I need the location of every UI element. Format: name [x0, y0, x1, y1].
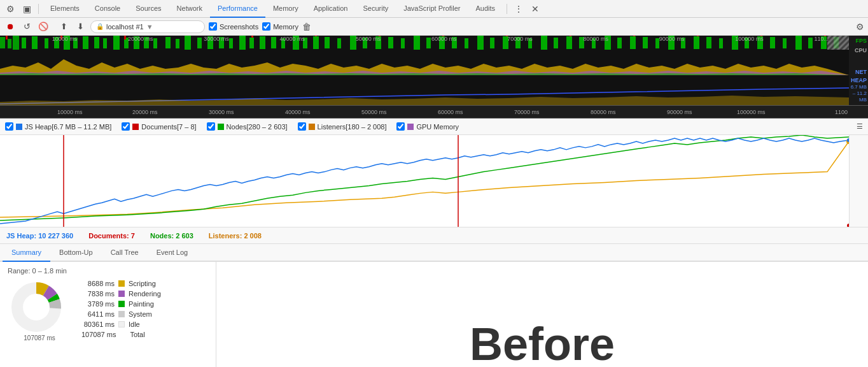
url-text: localhost #1: [106, 23, 144, 31]
svg-rect-59: [490, 38, 494, 48]
tab-application[interactable]: Application: [306, 0, 356, 18]
memory-chart[interactable]: [0, 135, 868, 227]
svg-rect-3: [22, 38, 26, 48]
svg-rect-60: [503, 36, 508, 49]
tab-sources[interactable]: Sources: [128, 0, 169, 18]
total-label: Total: [130, 331, 144, 338]
svg-rect-11: [103, 38, 107, 48]
system-time: 6411 ms: [81, 310, 115, 318]
scripting-swatch: [118, 280, 125, 287]
tab-call-tree[interactable]: Call Tree: [102, 244, 148, 262]
ruler-70k: 70000 ms: [514, 109, 540, 115]
tab-elements[interactable]: Elements: [43, 0, 87, 18]
system-swatch: [118, 311, 125, 317]
tab-performance[interactable]: Performance: [210, 0, 265, 18]
svg-rect-58: [477, 36, 484, 50]
svg-rect-82: [783, 38, 787, 48]
svg-rect-74: [681, 38, 685, 48]
legend-gpu-checkbox[interactable]: [396, 122, 405, 131]
svg-rect-41: [271, 37, 276, 48]
timeline-area[interactable]: 10000 ms 20000 ms 30000 ms 40000 ms 5000…: [0, 36, 868, 106]
legend-documents-label: Documents[7 – 8]: [141, 123, 196, 131]
url-dropdown-icon[interactable]: ▼: [146, 23, 153, 31]
trash-button[interactable]: 🗑: [302, 22, 311, 32]
ruler-30k: 30000 ms: [209, 109, 234, 115]
svg-rect-32: [176, 39, 179, 48]
reload-record-button[interactable]: ↺: [20, 20, 33, 33]
svg-rect-55: [439, 36, 445, 49]
svg-rect-51: [388, 37, 393, 48]
legend-documents-checkbox[interactable]: [122, 122, 130, 131]
ruler-40k: 40000 ms: [285, 109, 311, 115]
svg-rect-1: [8, 39, 11, 48]
tab-summary[interactable]: Summary: [3, 244, 50, 262]
svg-rect-77: [719, 38, 723, 48]
tab-event-log[interactable]: Event Log: [148, 244, 197, 262]
legend-js-heap-checkbox[interactable]: [5, 122, 13, 131]
status-bar: JS Heap: 10 227 360 Documents: 7 Nodes: …: [0, 227, 868, 244]
upload-button[interactable]: ⬆: [57, 20, 70, 33]
svg-rect-66: [579, 37, 584, 48]
summary-scripting-row: 8688 ms Scripting: [81, 280, 208, 287]
svg-rect-64: [554, 38, 558, 48]
svg-rect-31: [165, 37, 171, 48]
timeline-ruler: 10000 ms 20000 ms 30000 ms 40000 ms 5000…: [0, 106, 868, 119]
svg-rect-33: [185, 36, 191, 50]
tab-memory[interactable]: Memory: [265, 0, 306, 18]
legend-listeners-checkbox[interactable]: [298, 122, 306, 131]
devtools-icon[interactable]: ⚙: [3, 1, 18, 17]
memory-checkbox[interactable]: [262, 22, 270, 31]
svg-rect-56: [452, 37, 457, 48]
cpu-right-label: CPU: [855, 47, 867, 55]
tab-console[interactable]: Console: [87, 0, 128, 18]
clear-button[interactable]: 🚫: [37, 20, 50, 33]
svg-rect-37: [229, 38, 233, 48]
sec-toolbar: ⏺ ↺ 🚫 ⬆ ⬇ 🔒 localhost #1 ▼ Screenshots M…: [0, 18, 868, 36]
rendering-time: 7838 ms: [81, 290, 115, 298]
download-button[interactable]: ⬇: [74, 20, 87, 33]
status-js-heap: JS Heap: 10 227 360: [6, 232, 73, 240]
legend-nodes-dot: [218, 124, 224, 130]
ruler-80k: 80000 ms: [591, 109, 616, 115]
svg-rect-87: [827, 36, 849, 50]
dock-icon[interactable]: ▣: [19, 1, 34, 17]
range-text: Range: 0 – 1.8 min: [8, 267, 208, 275]
legend-nodes-checkbox[interactable]: [207, 122, 215, 131]
tab-bottom-up[interactable]: Bottom-Up: [50, 244, 102, 262]
net-heap-row: [0, 75, 849, 106]
svg-rect-73: [668, 36, 675, 50]
sep1: [38, 4, 39, 14]
donut-row: 107087 ms 8688 ms Scripting 7838 ms Rend…: [8, 280, 208, 341]
status-nodes: Nodes: 2 603: [150, 232, 193, 240]
tab-js-profiler[interactable]: JavaScript Profiler: [396, 0, 468, 18]
settings-button[interactable]: ⚙: [856, 22, 864, 32]
legend-listeners-label: Listeners[180 – 2 008]: [318, 123, 387, 131]
idle-swatch: [118, 321, 125, 327]
lock-icon: 🔒: [96, 23, 104, 30]
screenshots-label: Screenshots: [220, 23, 258, 31]
memory-label-cb: Memory: [273, 23, 298, 31]
svg-rect-79: [745, 38, 749, 48]
screenshots-checkbox[interactable]: [209, 22, 217, 31]
more-tabs-icon[interactable]: ⋮: [511, 1, 526, 17]
record-button[interactable]: ⏺: [4, 20, 17, 33]
legend-js-heap: JS Heap[6.7 MB – 11.2 MB]: [5, 122, 111, 131]
svg-rect-39: [249, 38, 254, 48]
legend-listeners-dot: [309, 124, 315, 130]
svg-rect-0: [0, 37, 5, 48]
tab-audits[interactable]: Audits: [468, 0, 503, 18]
svg-rect-80: [757, 36, 763, 49]
legend-documents-dot: [132, 124, 139, 130]
summary-total-row: 107087 ms Total: [81, 331, 208, 338]
svg-rect-15: [144, 37, 149, 48]
painting-swatch: [118, 301, 125, 307]
tab-security[interactable]: Security: [355, 0, 396, 18]
painting-label: Painting: [129, 300, 154, 308]
tab-network[interactable]: Network: [169, 0, 210, 18]
svg-rect-75: [694, 36, 699, 49]
timeline-canvas[interactable]: 10000 ms 20000 ms 30000 ms 40000 ms 5000…: [0, 36, 849, 106]
close-devtools-icon[interactable]: ✕: [528, 1, 543, 17]
svg-rect-48: [350, 36, 356, 50]
legend-documents: Documents[7 – 8]: [122, 122, 196, 131]
legend-menu-icon[interactable]: ☰: [857, 122, 863, 131]
